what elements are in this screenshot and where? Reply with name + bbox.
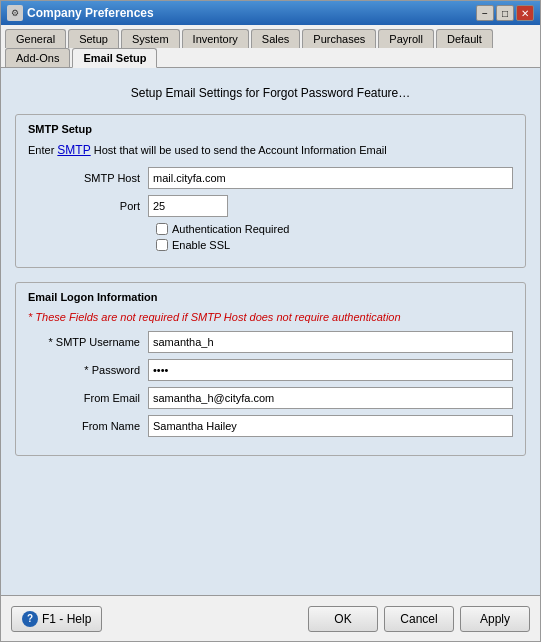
from-email-label: From Email xyxy=(28,392,148,404)
help-label: F1 - Help xyxy=(42,612,91,626)
smtp-info: Enter SMTP Host that will be used to sen… xyxy=(28,143,513,157)
tab-purchases[interactable]: Purchases xyxy=(302,29,376,48)
footer: ? F1 - Help OK Cancel Apply xyxy=(1,595,540,641)
auth-required-row: Authentication Required xyxy=(156,223,513,235)
tab-addons[interactable]: Add-Ons xyxy=(5,48,70,67)
smtp-host-label: SMTP Host xyxy=(28,172,148,184)
smtp-port-input[interactable] xyxy=(148,195,228,217)
username-input[interactable] xyxy=(148,331,513,353)
tab-default[interactable]: Default xyxy=(436,29,493,48)
logon-section: Email Logon Information * These Fields a… xyxy=(15,282,526,456)
title-bar: ⚙ Company Preferences − □ ✕ xyxy=(1,1,540,25)
tab-setup[interactable]: Setup xyxy=(68,29,119,48)
minimize-button[interactable]: − xyxy=(476,5,494,21)
apply-button[interactable]: Apply xyxy=(460,606,530,632)
from-name-row: From Name xyxy=(28,415,513,437)
enable-ssl-row: Enable SSL xyxy=(156,239,513,251)
tab-inventory[interactable]: Inventory xyxy=(182,29,249,48)
tab-emailsetup[interactable]: Email Setup xyxy=(72,48,157,68)
logon-note: * These Fields are not required if SMTP … xyxy=(28,311,513,323)
smtp-host-input[interactable] xyxy=(148,167,513,189)
password-row: * Password xyxy=(28,359,513,381)
maximize-button[interactable]: □ xyxy=(496,5,514,21)
title-bar-left: ⚙ Company Preferences xyxy=(7,5,154,21)
password-label: * Password xyxy=(28,364,148,376)
close-button[interactable]: ✕ xyxy=(516,5,534,21)
smtp-port-row: Port xyxy=(28,195,513,217)
from-email-input[interactable] xyxy=(148,387,513,409)
username-label: * SMTP Username xyxy=(28,336,148,348)
tab-sales[interactable]: Sales xyxy=(251,29,301,48)
cancel-button[interactable]: Cancel xyxy=(384,606,454,632)
from-email-row: From Email xyxy=(28,387,513,409)
ok-button[interactable]: OK xyxy=(308,606,378,632)
from-name-label: From Name xyxy=(28,420,148,432)
enable-ssl-label: Enable SSL xyxy=(172,239,230,251)
content-area: Setup Email Settings for Forgot Password… xyxy=(1,68,540,595)
tab-general[interactable]: General xyxy=(5,29,66,48)
app-icon: ⚙ xyxy=(7,5,23,21)
tab-bar: General Setup System Inventory Sales Pur… xyxy=(1,25,540,68)
from-name-input[interactable] xyxy=(148,415,513,437)
logon-legend: Email Logon Information xyxy=(28,291,513,303)
main-window: ⚙ Company Preferences − □ ✕ General Setu… xyxy=(0,0,541,642)
smtp-port-label: Port xyxy=(28,200,148,212)
smtp-host-row: SMTP Host xyxy=(28,167,513,189)
help-button[interactable]: ? F1 - Help xyxy=(11,606,102,632)
footer-right: OK Cancel Apply xyxy=(308,606,530,632)
auth-required-checkbox[interactable] xyxy=(156,223,168,235)
content-header: Setup Email Settings for Forgot Password… xyxy=(15,86,526,100)
enable-ssl-checkbox[interactable] xyxy=(156,239,168,251)
auth-required-label: Authentication Required xyxy=(172,223,289,235)
tab-system[interactable]: System xyxy=(121,29,180,48)
username-row: * SMTP Username xyxy=(28,331,513,353)
window-title: Company Preferences xyxy=(27,6,154,20)
help-icon: ? xyxy=(22,611,38,627)
footer-left: ? F1 - Help xyxy=(11,606,102,632)
tab-payroll[interactable]: Payroll xyxy=(378,29,434,48)
smtp-section: SMTP Setup Enter SMTP Host that will be … xyxy=(15,114,526,268)
window-controls: − □ ✕ xyxy=(476,5,534,21)
password-input[interactable] xyxy=(148,359,513,381)
smtp-legend: SMTP Setup xyxy=(28,123,513,135)
